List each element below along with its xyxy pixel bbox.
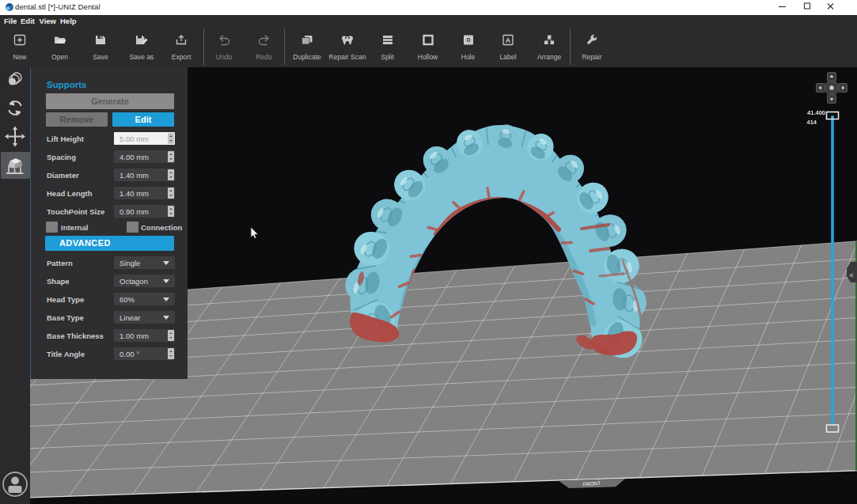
svg-text:41.400: 41.400 (807, 109, 825, 116)
svg-text:«: « (849, 271, 854, 279)
svg-text:A: A (506, 36, 511, 44)
svg-text:414: 414 (806, 119, 817, 126)
